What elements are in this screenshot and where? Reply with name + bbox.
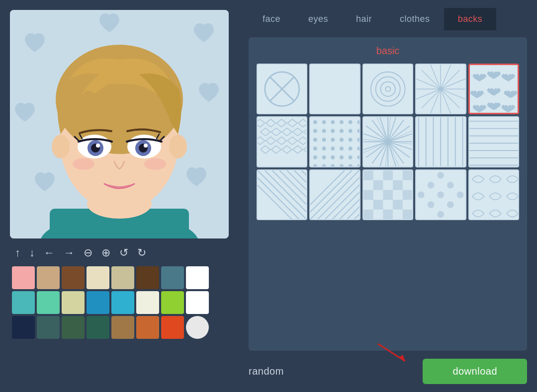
bottom-row: random download [249,359,527,384]
svg-rect-186 [393,180,403,190]
svg-point-196 [428,181,435,188]
svg-point-87 [313,147,317,151]
left-panel: ↑ ↓ ← → ⊖ ⊕ ↺ ↻ [0,0,239,392]
svg-point-15 [96,144,100,148]
color-swatch-16[interactable] [12,316,35,339]
color-swatch-18[interactable] [62,316,85,339]
color-swatch-21[interactable] [136,316,159,339]
color-swatch-10[interactable] [62,291,85,314]
pattern-diagonal2[interactable] [309,169,360,220]
color-swatch-8[interactable] [12,291,35,314]
svg-rect-185 [373,180,383,190]
color-swatch-6[interactable] [161,266,184,289]
svg-point-82 [322,138,326,142]
move-down-button[interactable]: ↓ [29,247,35,258]
color-swatch-19[interactable] [87,316,109,339]
color-swatch-14[interactable] [161,291,184,314]
svg-point-94 [322,156,326,159]
svg-point-79 [349,129,353,133]
right-panel: faceeyeshairclothesbacks basic random do… [239,0,537,392]
svg-point-75 [313,129,317,133]
pattern-hearts[interactable] [468,64,519,114]
color-swatch-23[interactable] [186,316,209,339]
pattern-stripes-h[interactable] [468,116,519,167]
color-swatch-20[interactable] [111,316,134,339]
svg-point-90 [340,147,344,151]
svg-rect-184 [403,170,413,180]
svg-rect-188 [383,190,393,200]
pattern-starburst[interactable] [362,116,413,167]
svg-rect-189 [403,190,413,200]
color-swatch-9[interactable] [37,291,60,314]
svg-point-77 [331,129,335,133]
color-swatch-15[interactable] [186,291,209,314]
svg-marker-207 [399,355,405,361]
svg-point-16 [144,144,148,148]
random-button[interactable]: random [249,366,284,377]
svg-point-97 [349,156,353,159]
tab-clothes[interactable]: clothes [386,8,444,30]
svg-point-96 [340,156,344,159]
color-swatch-13[interactable] [136,291,159,314]
svg-rect-182 [363,170,373,180]
move-up-button[interactable]: ↑ [15,247,20,258]
tab-eyes[interactable]: eyes [294,8,342,30]
pattern-rays[interactable] [415,64,466,114]
pattern-lines-v[interactable] [415,116,466,167]
color-swatch-4[interactable] [111,266,134,289]
zoom-out-button[interactable]: ⊖ [84,247,92,258]
tab-hair[interactable]: hair [342,8,386,30]
color-swatch-11[interactable] [87,291,109,314]
tab-face[interactable]: face [249,8,294,30]
svg-point-69 [313,120,317,124]
color-swatch-17[interactable] [37,316,60,339]
svg-point-76 [322,129,326,133]
color-swatch-1[interactable] [37,266,60,289]
pattern-none[interactable] [257,64,307,114]
color-swatch-7[interactable] [186,266,209,289]
svg-point-88 [322,147,326,151]
svg-point-73 [349,120,353,124]
color-swatch-22[interactable] [161,316,184,339]
pattern-diagonal1[interactable] [257,169,307,220]
move-right-button[interactable]: → [64,247,75,258]
pattern-blank[interactable] [309,64,360,114]
svg-point-202 [457,191,464,198]
svg-rect-23 [310,65,359,113]
color-swatch-12[interactable] [111,291,134,314]
redo-button[interactable]: ↻ [137,247,146,258]
pattern-floral[interactable] [415,169,466,220]
pattern-pixel[interactable] [362,169,413,220]
svg-point-83 [331,138,335,142]
svg-rect-193 [383,210,393,220]
pattern-arabesque[interactable] [468,169,519,220]
svg-point-95 [331,156,335,159]
svg-rect-68 [310,117,359,166]
pattern-diamonds[interactable] [257,116,307,167]
svg-point-85 [349,138,353,142]
color-swatch-5[interactable] [136,266,159,289]
svg-point-89 [331,147,335,151]
svg-point-17 [73,158,94,170]
svg-rect-194 [403,210,413,220]
move-left-button[interactable]: ← [44,247,55,258]
svg-point-71 [331,120,335,124]
svg-rect-147 [469,117,518,166]
svg-point-18 [144,158,166,170]
svg-point-84 [340,138,344,142]
zoom-in-button[interactable]: ⊕ [101,247,110,258]
svg-point-70 [322,120,326,124]
svg-point-91 [349,147,353,151]
tab-backs[interactable]: backs [444,8,497,30]
svg-point-203 [438,172,445,179]
download-button[interactable]: download [423,359,527,384]
pattern-dots[interactable] [309,116,360,167]
svg-rect-192 [363,210,373,220]
color-swatch-0[interactable] [12,266,35,289]
color-swatch-2[interactable] [62,266,85,289]
pattern-circles[interactable] [362,64,413,114]
undo-button[interactable]: ↺ [119,247,128,258]
color-swatch-3[interactable] [87,266,109,289]
section-label: basic [257,45,519,57]
svg-point-72 [340,120,344,124]
